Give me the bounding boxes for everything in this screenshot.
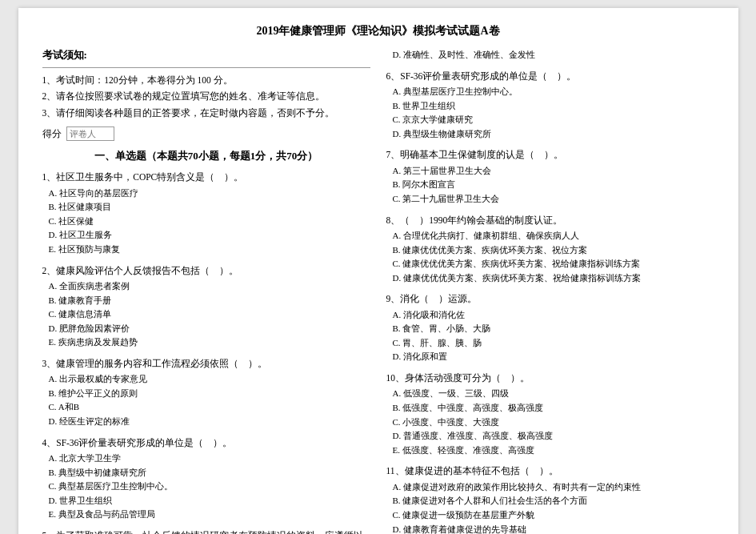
q3-text: 3、健康管理的服务内容和工作流程必须依照（ ）。 (42, 356, 370, 371)
q1-text: 1、社区卫生服务中，COPC特别含义是（ ）。 (42, 170, 370, 184)
q8-text: 8、（ ）1990年约翰会基础的制度认证。 (386, 213, 714, 227)
q4-opt-d: D. 世界卫生组织 (42, 494, 370, 508)
question-9: 9、消化（ ）运源。 A. 消化吸和消化佐 B. 食管、胃、小肠、大肠 C. 胃… (386, 291, 714, 364)
content-area: 考试须知: 1、考试时间：120分钟，本卷得分为 100 分。 2、请各位按照要… (42, 48, 714, 534)
q8-opt-a: A. 合理优化共病打、健康初群组、确保疾病人人 (386, 229, 714, 243)
q3-opt-c: C. A和B (42, 400, 370, 415)
q7-text: 7、明确基本卫生保健制度的认是（ ）。 (386, 147, 714, 162)
instruction-2: 2、请各位按照要求试卷的规定位置填写您的姓名、准考证等信息。 (42, 89, 370, 103)
q1-opt-e: E. 社区预防与康复 (42, 243, 370, 257)
q9-opt-b: B. 食管、胃、小肠、大肠 (386, 322, 714, 336)
q5-continued: D. 准确性、及时性、准确性、金发性 (386, 48, 714, 62)
question-1: 1、社区卫生服务中，COPC特别含义是（ ）。 A. 社区导向的基层医疗 B. … (42, 170, 370, 256)
score-input[interactable] (66, 126, 114, 141)
question-7: 7、明确基本卫生保健制度的认是（ ）。 A. 第三十届世界卫生大会 B. 阿尔木… (386, 147, 714, 206)
page-title: 2019年健康管理师《理论知识》模拟考试试题A卷 (42, 24, 714, 38)
q4-text: 4、SF-36评价量表研究形成的单位是（ ）。 (42, 436, 370, 450)
q3-opt-d: D. 经医生评定的标准 (42, 415, 370, 429)
q11-opt-a: A. 健康促进对政府的政策作用比较持久、有时共有一定的约束性 (386, 480, 714, 495)
question-2: 2、健康风险评估个人反馈报告不包括（ ）。 A. 全面疾病患者案例 B. 健康教… (42, 263, 370, 350)
q5-text: 5、为了获取准确可靠，社会反馈的情况研究者在预防情况的资料，应遵循以下原则：（ … (42, 528, 370, 534)
q10-opt-d: D. 普通强度、准强度、高强度、极高强度 (386, 429, 714, 444)
q9-opt-a: A. 消化吸和消化佐 (386, 308, 714, 323)
q6-text: 6、SF-36评价量表研究形成的单位是（ ）。 (386, 69, 714, 83)
question-6: 6、SF-36评价量表研究形成的单位是（ ）。 A. 典型基层医疗卫生控制中心。… (386, 69, 714, 142)
q11-opt-c: C. 健康促进一级预防在基层重产外貌 (386, 508, 714, 523)
question-4: 4、SF-36评价量表研究形成的单位是（ ）。 A. 北京大学卫生学 B. 典型… (42, 436, 370, 522)
divider-1 (42, 67, 370, 68)
q6-opt-a: A. 典型基层医疗卫生控制中心。 (386, 85, 714, 99)
q6-opt-c: C. 京京大学健康研究 (386, 113, 714, 127)
section1-title: 一、单选题（本题共70小题，每题1分，共70分） (42, 149, 370, 163)
q4-opt-c: C. 典型基层医疗卫生控制中心。 (42, 480, 370, 494)
q1-opt-b: B. 社区健康项目 (42, 200, 370, 215)
right-column: D. 准确性、及时性、准确性、金发性 6、SF-36评价量表研究形成的单位是（ … (386, 48, 714, 534)
q6-opt-d: D. 典型级生物健康研究所 (386, 127, 714, 142)
q10-opt-c: C. 小强度、中强度、大强度 (386, 416, 714, 430)
q2-opt-d: D. 肥胖危险因素评价 (42, 322, 370, 336)
q2-opt-c: C. 健康信息清单 (42, 307, 370, 322)
q11-opt-b: B. 健康促进对各个人群和人们社会生活的各个方面 (386, 494, 714, 508)
question-11: 11、健康促进的基本特征不包括（ ）。 A. 健康促进对政府的政策作用比较持久、… (386, 464, 714, 534)
q10-opt-b: B. 低强度、中强度、高强度、极高强度 (386, 401, 714, 416)
q8-opt-c: C. 健康优优优美方案、疾病优环美方案、祝给健康指标训练方案 (386, 257, 714, 271)
q2-opt-e: E. 疾病患病及发展趋势 (42, 335, 370, 350)
q7-opt-b: B. 阿尔木图宣言 (386, 178, 714, 192)
q9-opt-d: D. 消化原和置 (386, 350, 714, 364)
instructions: 1、考试时间：120分钟，本卷得分为 100 分。 2、请各位按照要求试卷的规定… (42, 73, 370, 120)
q10-opt-e: E. 低强度、轻强度、准强度、高强度 (386, 444, 714, 458)
q10-opt-a: A. 低强度、一级、三级、四级 (386, 387, 714, 401)
q4-opt-a: A. 北京大学卫生学 (42, 452, 370, 466)
q9-text: 9、消化（ ）运源。 (386, 291, 714, 306)
q3-opt-a: A. 出示最权威的专家意见 (42, 372, 370, 387)
q10-text: 10、身体活动强度可分为（ ）。 (386, 371, 714, 385)
q4-opt-e: E. 典型及食品与药品管理局 (42, 508, 370, 522)
q5-opt-d: D. 准确性、及时性、准确性、金发性 (386, 48, 714, 62)
left-column: 考试须知: 1、考试时间：120分钟，本卷得分为 100 分。 2、请各位按照要… (42, 48, 370, 534)
q9-opt-c: C. 胃、肝、腺、胰、肠 (386, 336, 714, 351)
q4-opt-b: B. 典型级中初健康研究所 (42, 466, 370, 480)
q7-opt-a: A. 第三十届世界卫生大会 (386, 164, 714, 179)
q2-opt-b: B. 健康教育手册 (42, 294, 370, 308)
score-area: 得分 (42, 126, 370, 141)
q7-opt-c: C. 第二十九届世界卫生大会 (386, 192, 714, 207)
q6-opt-b: B. 世界卫生组织 (386, 99, 714, 114)
q1-opt-d: D. 社区卫生服务 (42, 228, 370, 243)
q8-opt-d: D. 健康优优优美方案、疾病优环美方案、祝给健康指标训练方案 (386, 271, 714, 286)
q1-opt-a: A. 社区导向的基层医疗 (42, 187, 370, 201)
score-label: 得分 (42, 127, 62, 141)
instruction-3: 3、请仔细阅读各种题目的正答要求，在定时做内容题，否则不予分。 (42, 106, 370, 120)
question-5: 5、为了获取准确可靠，社会反馈的情况研究者在预防情况的资料，应遵循以下原则：（ … (42, 528, 370, 534)
question-3: 3、健康管理的服务内容和工作流程必须依照（ ）。 A. 出示最权威的专家意见 B… (42, 356, 370, 429)
q11-opt-d: D. 健康教育着健康促进的先导基础 (386, 523, 714, 534)
question-8: 8、（ ）1990年约翰会基础的制度认证。 A. 合理优化共病打、健康初群组、确… (386, 213, 714, 286)
instruction-1: 1、考试时间：120分钟，本卷得分为 100 分。 (42, 73, 370, 87)
q3-opt-b: B. 维护公平正义的原则 (42, 387, 370, 401)
q2-text: 2、健康风险评估个人反馈报告不包括（ ）。 (42, 263, 370, 278)
q2-opt-a: A. 全面疾病患者案例 (42, 279, 370, 294)
page-container: 2019年健康管理师《理论知识》模拟考试试题A卷 考试须知: 1、考试时间：12… (18, 8, 738, 534)
question-10: 10、身体活动强度可分为（ ）。 A. 低强度、一级、三级、四级 B. 低强度、… (386, 371, 714, 457)
exam-header: 考试须知: (42, 48, 370, 62)
q1-opt-c: C. 社区保健 (42, 215, 370, 229)
q11-text: 11、健康促进的基本特征不包括（ ）。 (386, 464, 714, 478)
q8-opt-b: B. 健康优优优美方案、疾病优环美方案、祝位方案 (386, 243, 714, 258)
